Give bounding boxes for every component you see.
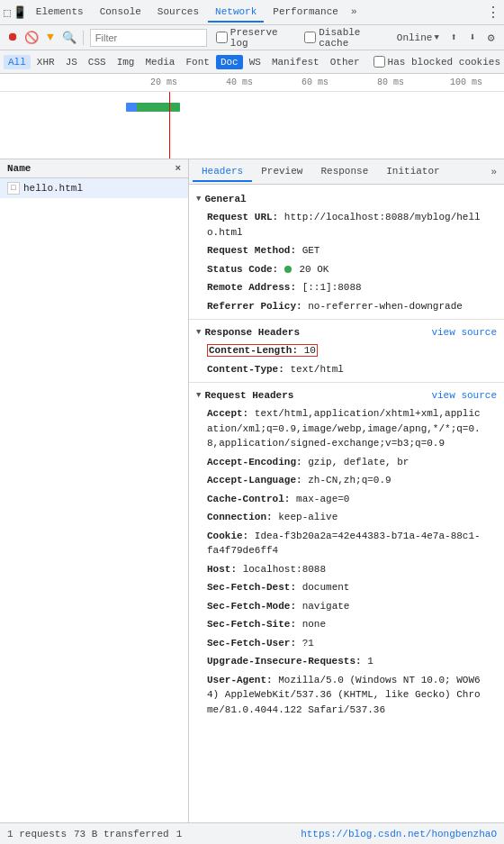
filter-xhr[interactable]: XHR [32,55,59,69]
header-row-method: Request Method: GET [189,241,504,260]
ruler-mark-3: 60 ms [277,77,353,87]
tab-performance[interactable]: Performance [266,3,346,23]
inspect-icon[interactable]: ⬚ [4,5,11,20]
request-triangle: ▼ [196,391,201,400]
devtools-options[interactable]: ⋮ [486,4,500,22]
network-toolbar: ⏺ 🚫 ▼ 🔍 Preserve log Disable cache Onlin… [0,25,504,50]
settings-icon[interactable]: ⚙ [483,30,499,46]
filter-media[interactable]: Media [140,55,179,69]
response-view-source[interactable]: view source [431,327,497,338]
preserve-log-label[interactable]: Preserve log [216,27,295,49]
timeline-bar-area [0,92,504,159]
file-list-close-btn[interactable]: × [175,163,181,174]
filter-img[interactable]: Img [112,55,140,69]
timeline-area: 20 ms 40 ms 60 ms 80 ms 100 ms [0,74,504,159]
tab-initiator[interactable]: Initiator [377,162,448,182]
disable-cache-checkbox[interactable] [304,32,316,43]
header-row-user-agent: User-Agent: Mozilla/5.0 (Windows NT 10.0… [189,671,504,720]
general-section-header[interactable]: ▼ General [189,190,504,208]
request-timeline-bar [126,103,180,112]
import-button[interactable]: ⬆ [446,30,462,46]
has-blocked-checkbox[interactable] [374,56,385,68]
header-row-content-length: Content-Length: 10 [189,341,504,360]
response-headers-section[interactable]: ▼ Response Headers view source [189,323,504,341]
request-headers-section[interactable]: ▼ Request Headers view source [189,386,504,404]
tab-preview[interactable]: Preview [252,162,311,182]
request-view-source[interactable]: view source [431,390,497,401]
header-row-status: Status Code: 20 OK [189,260,504,279]
filter-all[interactable]: All [4,55,31,69]
header-row-content-type: Content-Type: text/html [189,360,504,379]
requests-count: 1 requests [7,829,67,839]
ruler-mark-1: 20 ms [126,77,202,87]
transferred-size: 73 B transferred [74,829,169,839]
online-selector[interactable]: Online ▼ [397,32,439,43]
filter-type-bar: All XHR JS CSS Img Media Font Doc WS Man… [0,50,504,74]
file-icon: □ [7,182,20,195]
header-row-cache-control: Cache-Control: max-age=0 [189,490,504,509]
filter-input[interactable] [90,29,207,47]
header-row-sec-fetch-site: Sec-Fetch-Site: none [189,615,504,634]
header-row-sec-fetch-mode: Sec-Fetch-Mode: navigate [189,597,504,616]
resources-count: 1 [176,829,183,839]
headers-content: ▼ General Request URL: http://localhost:… [189,185,504,724]
header-row-accept-language: Accept-Language: zh-CN,zh;q=0.9 [189,471,504,490]
filter-other[interactable]: Other [326,55,364,69]
tab-headers[interactable]: Headers [193,162,252,182]
stop-button[interactable]: 🚫 [24,30,40,46]
details-more[interactable]: » [487,165,500,179]
ruler-mark-2: 40 ms [202,77,277,87]
top-tabs: ⬚ 📱 Elements Console Sources Network Per… [0,0,504,25]
tab-response[interactable]: Response [311,162,377,182]
main-area: Name × □ hello.html Headers Preview Resp… [0,159,504,822]
status-bar: 1 requests 73 B transferred 1 https://bl… [0,822,504,844]
header-row-accept-encoding: Accept-Encoding: gzip, deflate, br [189,453,504,472]
file-item-hello[interactable]: □ hello.html [0,178,188,198]
ruler-mark-5: 100 ms [428,77,504,87]
filter-js[interactable]: JS [61,55,82,69]
response-triangle: ▼ [196,328,201,337]
timeline-red-line [169,92,170,159]
header-row-host: Host: localhost:8088 [189,560,504,579]
separator-2 [189,382,504,383]
general-triangle: ▼ [196,195,201,204]
preserve-log-checkbox[interactable] [216,32,228,43]
content-length-highlight: Content-Length: 10 [207,344,318,357]
csdn-link[interactable]: https://blog.csdn.net/hongbenzhaO [301,829,497,839]
device-icon[interactable]: 📱 [13,5,27,20]
tab-sources[interactable]: Sources [150,3,206,23]
status-dot [284,266,292,273]
tab-more[interactable]: » [347,5,361,21]
timeline-ruler: 20 ms 40 ms 60 ms 80 ms 100 ms [0,74,504,92]
tab-network[interactable]: Network [208,3,264,23]
header-row-connection: Connection: keep-alive [189,508,504,527]
file-list-panel: Name × □ hello.html [0,159,189,822]
header-row-referrer: Referrer Policy: no-referrer-when-downgr… [189,297,504,316]
tab-console[interactable]: Console [93,3,148,23]
header-row-sec-fetch-dest: Sec-Fetch-Dest: document [189,578,504,597]
record-button[interactable]: ⏺ [5,30,21,46]
filter-css[interactable]: CSS [84,55,111,69]
filter-icon[interactable]: ▼ [42,30,58,46]
tab-elements[interactable]: Elements [29,3,91,23]
file-list-header: Name × [0,159,188,178]
header-row-accept: Accept: text/html,application/xhtml+xml,… [189,404,504,453]
ruler-mark-4: 80 ms [353,77,428,87]
separator-1 [189,319,504,320]
divider [83,31,84,45]
has-blocked-label[interactable]: Has blocked cookies [374,56,500,68]
details-panel: Headers Preview Response Initiator » ▼ G… [189,159,504,822]
search-icon[interactable]: 🔍 [61,30,76,46]
filter-font[interactable]: Font [181,55,213,69]
filter-manifest[interactable]: Manifest [267,55,324,69]
header-row-upgrade: Upgrade-Insecure-Requests: 1 [189,652,504,671]
file-item-name: hello.html [23,183,83,194]
filter-ws[interactable]: WS [245,55,266,69]
header-row-cookie: Cookie: Idea-f3b20a2a=42e44383-b71a-4e7a… [189,527,504,560]
header-row-remote: Remote Address: [::1]:8088 [189,278,504,297]
header-row-sec-fetch-user: Sec-Fetch-User: ?1 [189,634,504,653]
disable-cache-label[interactable]: Disable cache [304,27,390,49]
export-button[interactable]: ⬇ [465,30,481,46]
filter-doc[interactable]: Doc [216,55,243,69]
details-tabs: Headers Preview Response Initiator » [189,159,504,185]
